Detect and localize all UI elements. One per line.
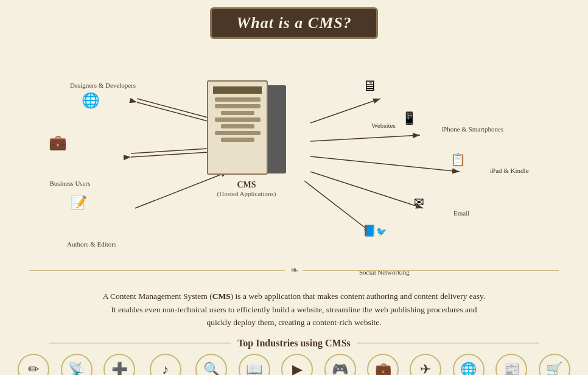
industry-news[interactable]: 📰 News [495,354,527,375]
industry-media[interactable]: ▶ Media [281,354,313,375]
travel-circle: ✈ [410,354,441,375]
business-industry-circle: 💼 [367,354,399,375]
email-circle: ✉ [414,195,450,231]
designers-circle: 🌐 [82,92,124,135]
social-circle: 📘🐦 [363,224,405,267]
business-circle: 💼 [49,134,91,177]
cms-center: CMS (Hosted Applications) [207,80,286,197]
email-node: ✉ Email [414,195,469,231]
ipad-label: iPad & Kindle [490,167,529,174]
cms-line-5 [221,124,254,128]
portal-circle: 🌐 [453,354,485,375]
cms-label: CMS [237,180,256,190]
iphone-node: 📱 iPhone & Smartphones [402,111,503,147]
industry-shopping[interactable]: 🛒 Shopping [539,354,570,375]
cms-front-page [207,80,268,175]
news-circle: 📰 [495,354,527,375]
description-text: A Content Management System (CMS) is a w… [103,292,486,327]
iphone-label: iPhone & Smartphones [441,125,503,133]
industry-entertainment[interactable]: ♪ Entertainment [147,354,184,375]
search-circle: 🔍 [195,354,227,375]
cms-line-6 [215,131,261,135]
industry-technology[interactable]: 📡 Technology [61,354,93,375]
cms-line-4 [215,117,261,122]
industries-section: Top Industries using CMSs ✏ Blog 📡 Techn… [0,334,588,375]
cms-header-bar [213,86,262,94]
industry-portal[interactable]: 🌐 Portal [453,354,485,375]
email-label: Email [453,209,469,217]
svg-line-10 [310,156,460,172]
games-circle: 🎮 [324,354,356,375]
industries-left-line [49,343,231,343]
websites-node: 🖥 Websites [362,77,405,129]
designers-label: Designers & Developers [70,82,136,89]
page-title: What is a CMS? [210,7,378,39]
cms-sublabel: (Hosted Applications) [217,190,276,197]
designers-node: Designers & Developers 🌐 [70,82,136,135]
divider-ornament: ❧ [285,264,303,276]
authors-label: Authors & Editors [67,240,116,248]
cms-line-3 [221,111,254,115]
shopping-circle: 🛒 [539,354,570,375]
health-circle: ➕ [103,354,135,375]
authors-node: 📝 Authors & Editors [67,195,116,248]
media-circle: ▶ [281,354,313,375]
description-area: A Content Management System (CMS) is a w… [0,281,588,334]
social-node: 📘🐦 Social Networking [359,224,410,276]
industry-games[interactable]: 🎮 Games [324,354,356,375]
industries-title: Top Industries using CMSs [237,338,351,349]
business-node: 💼 Business Users [49,134,91,187]
industries-right-line [357,343,539,343]
education-circle: 📖 [239,354,270,375]
cms-line-2 [215,104,261,108]
ipad-circle: 📋 [450,152,487,189]
industry-health[interactable]: ➕ Health [103,354,135,375]
cms-icon [207,80,286,178]
cms-line-1 [215,97,261,102]
industry-blog[interactable]: ✏ Blog [18,354,49,375]
industry-education[interactable]: 📖 Education [239,354,270,375]
title-banner: What is a CMS? [0,0,588,44]
industries-title-row: Top Industries using CMSs [6,338,582,349]
iphone-circle: 📱 [402,111,438,147]
entertainment-circle: ♪ [150,354,181,375]
industry-search[interactable]: 🔍 Search [195,354,227,375]
industry-travel[interactable]: ✈ Travel [410,354,441,375]
divider: ❧ [0,270,588,280]
diagram-area: Designers & Developers 🌐 💼 Business User… [0,44,588,269]
cms-line-7 [221,138,254,142]
technology-circle: 📡 [61,354,93,375]
business-label: Business Users [50,180,91,187]
industries-row: ✏ Blog 📡 Technology ➕ Health ♪ Entertain… [6,354,582,375]
authors-circle: 📝 [71,195,113,237]
ipad-node: 📋 iPad & Kindle [450,152,529,189]
svg-line-11 [310,172,423,208]
websites-label: Websites [371,122,395,129]
blog-circle: ✏ [18,354,49,375]
websites-circle: 🖥 [362,77,405,120]
industry-business[interactable]: 💼 Business [367,354,399,375]
